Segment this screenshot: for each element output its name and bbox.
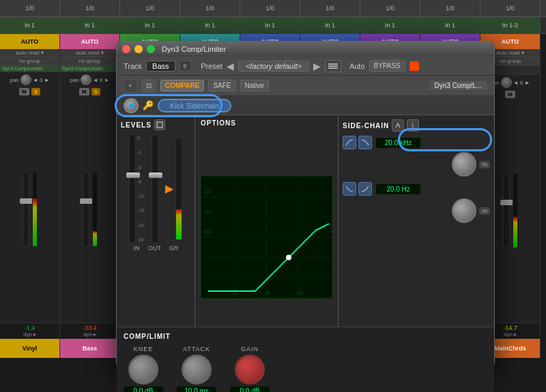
- svg-rect-2: [328, 67, 338, 69]
- track-header-8: 1/0: [420, 0, 480, 16]
- knee-knob[interactable]: [128, 355, 158, 385]
- name-bar-vinyl: Vinyl: [0, 339, 59, 358]
- nogroup-bass: no group: [60, 57, 119, 65]
- window-minimize-button[interactable]: [134, 45, 143, 53]
- compare-button[interactable]: COMPARE: [160, 80, 204, 91]
- plugin-titlebar: Dyn3 Comp/Limiter: [117, 42, 494, 57]
- sidechain-power-button[interactable]: [124, 98, 139, 113]
- sc-lf-freq-display[interactable]: 20.0 Hz: [376, 184, 420, 194]
- mute-bass[interactable]: M: [79, 88, 89, 95]
- track-header-2: 1/0: [60, 0, 120, 16]
- track-subheader-2: In 1: [60, 17, 120, 33]
- solo-bass[interactable]: S: [91, 88, 100, 95]
- knee-value: 0.0 dB: [124, 387, 163, 392]
- svg-text:-60: -60: [203, 229, 212, 235]
- attack-knob[interactable]: [182, 355, 212, 385]
- channel-strip-bass: AUTO auto read ▾ no group Dyn3 Comp/Limi…: [60, 34, 120, 358]
- levels-expand-button[interactable]: [154, 119, 165, 130]
- track-subheader-6: In 1: [300, 17, 360, 33]
- solo-vinyl[interactable]: S: [31, 88, 40, 95]
- attack-value: 10.0 ms: [177, 387, 216, 392]
- sidechain-panel-title: SIDE-CHAIN i: [343, 119, 490, 132]
- record-enable-button[interactable]: [410, 61, 419, 71]
- mute-vinyl[interactable]: M: [19, 88, 29, 95]
- bypass-button[interactable]: BYPASS: [369, 60, 405, 72]
- track-subheader-8: In 1: [420, 17, 480, 33]
- options-title: OPTIONS: [201, 119, 332, 127]
- sc-expand-button[interactable]: [392, 119, 404, 132]
- track-header-4: 1/0: [180, 0, 240, 16]
- gr-label: GR: [169, 245, 179, 252]
- track-header-5: 1/0: [240, 0, 300, 16]
- eq-slot-button[interactable]: ⊡: [141, 79, 156, 93]
- svg-text:-40: -40: [203, 209, 212, 215]
- sc-filter-btn-4[interactable]: [358, 182, 372, 196]
- plugin-window: Dyn3 Comp/Limiter Track Bass e Preset ◀ …: [116, 41, 495, 368]
- sc-hf-freq-display[interactable]: 20.0 kHz: [376, 138, 420, 148]
- sidechain-source-display[interactable]: Kick Sidechain: [158, 99, 231, 112]
- track-header-7: 1/0: [360, 0, 420, 16]
- window-close-button[interactable]: [122, 45, 130, 53]
- track-header-1: 1/0: [0, 0, 60, 16]
- insert-vinyl[interactable]: Dyn3 Comp/Limiter: [0, 65, 59, 72]
- track-subheader-7: In 1: [360, 17, 420, 33]
- native-button[interactable]: Native: [240, 80, 269, 91]
- preset-name-display[interactable]: <factory default>: [238, 61, 309, 72]
- track-header-3: 1/0: [120, 0, 180, 16]
- in-label: IN: [134, 245, 140, 252]
- track-header-6: 1/0: [300, 0, 360, 16]
- track-name-display[interactable]: Bass: [146, 61, 175, 72]
- sc-info-button[interactable]: i: [407, 119, 419, 132]
- svg-rect-0: [328, 63, 338, 65]
- preset-menu-button[interactable]: [325, 60, 341, 72]
- sc-lf-knob[interactable]: [452, 198, 476, 223]
- sc-filter-btn-1[interactable]: [343, 136, 356, 149]
- track-subheader-3: In 1: [120, 17, 180, 33]
- channel-strip-vinyl: AUTO auto read ▾ no group Dyn3 Comp/Limi…: [0, 34, 60, 358]
- auto-label: Auto: [349, 62, 365, 70]
- gain-label: GAIN: [241, 346, 259, 352]
- track-subheader-4: In 1: [180, 17, 240, 33]
- svg-text:-20: -20: [203, 189, 212, 195]
- attack-label: ATTACK: [183, 346, 210, 352]
- preset-next-button[interactable]: ▶: [313, 61, 321, 72]
- gain-value: 0.0 dB: [230, 387, 270, 392]
- svg-point-18: [286, 255, 291, 260]
- track-type-display[interactable]: e: [179, 61, 192, 71]
- autoread-vinyl: auto read ▾: [0, 49, 59, 57]
- track-label: Track: [124, 62, 142, 70]
- add-slot-button[interactable]: +: [124, 79, 137, 93]
- track-subheader-1: In 1: [0, 17, 60, 33]
- comp-limit-title: COMP/LIMIT: [124, 333, 487, 340]
- sc-hf-knob[interactable]: [452, 152, 476, 177]
- plugin-title: Dyn3 Comp/Limiter: [162, 45, 226, 53]
- track-subheader-9: In 1-2: [480, 17, 541, 33]
- autoread-bass: auto read ▾: [60, 49, 119, 57]
- sc-filter-btn-3[interactable]: [343, 182, 356, 196]
- output-arrow: ▶: [165, 183, 173, 194]
- key-icon: 🔑: [143, 100, 154, 110]
- safe-button[interactable]: SAFE: [208, 80, 235, 91]
- svg-rect-3: [157, 122, 162, 127]
- sc-lf-in-button[interactable]: IN: [479, 207, 490, 215]
- levels-title: LEVELS: [121, 119, 190, 130]
- svg-rect-1: [328, 65, 338, 67]
- window-maximize-button[interactable]: [147, 45, 155, 53]
- mute-mainchrds[interactable]: M: [505, 91, 515, 98]
- sc-hf-in-button[interactable]: IN: [479, 161, 490, 168]
- plugin-instance-name[interactable]: Dyn3 Comp/L...: [429, 81, 487, 90]
- preset-prev-button[interactable]: ◀: [227, 61, 234, 72]
- gain-knob[interactable]: [235, 355, 265, 385]
- sc-filter-btn-2[interactable]: [358, 136, 372, 149]
- svg-text:-20: -20: [296, 290, 304, 296]
- eq-display: -20 -40 -60 -60 -40 -20: [201, 177, 332, 298]
- nogroup-vinyl: no group: [0, 57, 59, 65]
- insert-bass[interactable]: Dyn3 Comp/Limiter: [60, 65, 119, 72]
- pan-vinyl: pan ◄ 0 ►: [10, 74, 49, 85]
- track-header-9: 1/0: [480, 0, 541, 16]
- knee-label: KNEE: [134, 346, 154, 352]
- channel-color-vinyl: AUTO: [0, 34, 59, 49]
- out-label: OUT: [148, 245, 161, 252]
- preset-label: Preset: [201, 62, 222, 70]
- track-subheader-5: In 1: [240, 17, 300, 33]
